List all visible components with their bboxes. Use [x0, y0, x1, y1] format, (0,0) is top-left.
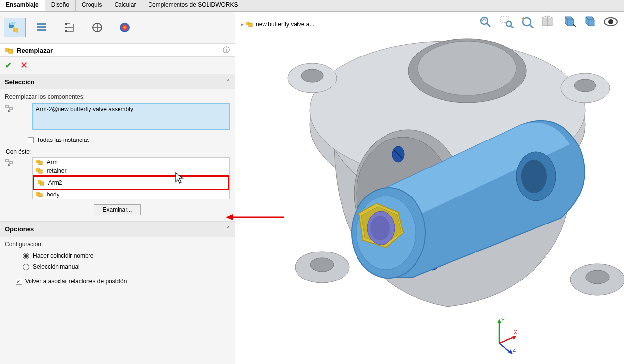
- command-title: Reemplazar: [17, 47, 223, 54]
- selection-section-header[interactable]: Selección ˄: [0, 74, 235, 89]
- manual-selection-radio[interactable]: [23, 264, 29, 270]
- svg-line-70: [499, 343, 511, 353]
- command-manager-tabs: Ensamblaje Diseño Croquis Calcular Compl…: [0, 0, 624, 12]
- svg-rect-15: [6, 105, 8, 108]
- svg-line-68: [499, 337, 515, 343]
- svg-rect-18: [6, 159, 8, 162]
- svg-rect-16: [10, 107, 12, 110]
- svg-point-51: [310, 258, 334, 272]
- selection-section: Selección ˄ Reemplazar los componentes: …: [0, 74, 235, 221]
- match-name-radio[interactable]: [23, 253, 29, 259]
- with-this-listbox[interactable]: Arm retainer Arm2 body: [32, 157, 230, 199]
- replace-command-icon: [5, 46, 14, 55]
- svg-rect-24: [39, 170, 42, 173]
- list-item-label: Arm2: [48, 179, 62, 186]
- svg-point-45: [418, 41, 516, 95]
- list-item-highlighted[interactable]: Arm2: [33, 175, 229, 190]
- list-item-label: body: [47, 191, 59, 198]
- replace-components-label: Reemplazar los componentes:: [5, 93, 230, 100]
- list-item-label: retainer: [47, 168, 67, 174]
- cancel-button[interactable]: ✕: [20, 60, 28, 71]
- list-item[interactable]: body: [33, 190, 229, 199]
- annotation-arrow: [226, 213, 285, 221]
- model-3d-view[interactable]: [236, 12, 624, 364]
- part-icon: [36, 168, 44, 174]
- options-section: Opciones ˄ Configuración: Hacer coincidi…: [0, 221, 235, 289]
- selection-header-label: Selección: [5, 78, 35, 85]
- display-manager-tab[interactable]: [114, 18, 136, 37]
- tab-complementos[interactable]: Complementos de SOLIDWORKS: [142, 0, 244, 11]
- ok-cancel-row: ✔ ✕: [0, 57, 235, 74]
- svg-rect-7: [65, 27, 67, 28]
- list-item[interactable]: retainer: [33, 167, 229, 175]
- svg-rect-4: [37, 26, 46, 28]
- mouse-cursor: [175, 172, 185, 185]
- svg-rect-14: [9, 49, 13, 53]
- configuration-label: Configuración:: [5, 241, 230, 248]
- svg-rect-22: [39, 161, 42, 165]
- svg-point-20: [8, 164, 10, 166]
- list-item-label: Arm: [47, 159, 58, 166]
- feature-manager-tab[interactable]: [4, 18, 26, 37]
- with-this-filter-icon[interactable]: [5, 158, 14, 167]
- options-header-label: Opciones: [5, 225, 34, 233]
- svg-text:Z: Z: [513, 347, 516, 353]
- all-instances-checkbox[interactable]: [28, 137, 34, 143]
- options-section-header[interactable]: Opciones ˄: [0, 222, 235, 237]
- tab-diseno[interactable]: Diseño: [45, 0, 76, 11]
- tab-calcular[interactable]: Calcular: [108, 0, 142, 11]
- svg-text:Y: Y: [501, 318, 505, 323]
- svg-point-17: [8, 110, 10, 112]
- chevron-up-icon: ˄: [227, 226, 230, 233]
- svg-rect-3: [37, 23, 46, 25]
- property-manager-tab[interactable]: [31, 18, 53, 37]
- manual-selection-label: Selección manual: [33, 263, 80, 270]
- svg-rect-28: [39, 194, 42, 197]
- panel-toolbar: [0, 12, 235, 43]
- svg-text:X: X: [514, 330, 517, 335]
- part-icon: [36, 191, 44, 198]
- chevron-up-icon: ˄: [227, 79, 230, 85]
- svg-rect-6: [65, 23, 67, 25]
- orientation-triad[interactable]: Y X Z: [489, 316, 524, 356]
- configuration-manager-tab[interactable]: [59, 18, 81, 37]
- help-icon[interactable]: ⓘ: [223, 46, 230, 55]
- selected-component-item[interactable]: Arm-2@new butterfly valve assembly: [36, 106, 226, 112]
- part-icon: [37, 179, 45, 186]
- command-header: Reemplazar ⓘ: [0, 43, 235, 57]
- svg-rect-5: [37, 29, 46, 31]
- reassociate-mates-label: Volver a asociar relaciones de posición: [25, 278, 127, 285]
- match-name-label: Hacer coincidir nombre: [33, 252, 93, 259]
- svg-rect-1: [13, 27, 18, 33]
- ok-button[interactable]: ✔: [5, 60, 12, 71]
- part-icon: [36, 159, 44, 166]
- with-this-label: Con éste:: [6, 148, 230, 155]
- tab-ensamblaje[interactable]: Ensamblaje: [0, 0, 45, 11]
- all-instances-label: Todas las instancias: [37, 137, 89, 143]
- browse-button[interactable]: Examinar...: [94, 204, 140, 215]
- tab-croquis[interactable]: Croquis: [76, 0, 108, 11]
- property-manager-panel: Reemplazar ⓘ ✔ ✕ Selección ˄ Reemplazar …: [0, 12, 235, 364]
- svg-point-53: [586, 270, 609, 284]
- svg-point-65: [370, 216, 390, 240]
- selection-filter-icon[interactable]: [5, 104, 14, 113]
- svg-point-49: [574, 79, 596, 92]
- reassociate-mates-checkbox[interactable]: [16, 279, 22, 285]
- svg-rect-26: [40, 182, 44, 185]
- dimxpert-manager-tab[interactable]: [87, 18, 108, 37]
- list-item[interactable]: Arm: [33, 158, 229, 167]
- svg-rect-8: [65, 30, 67, 32]
- svg-point-47: [301, 69, 323, 82]
- svg-rect-2: [9, 22, 16, 25]
- svg-point-61: [521, 160, 547, 193]
- replace-components-selectbox[interactable]: Arm-2@new butterfly valve assembly: [32, 103, 230, 130]
- svg-point-12: [120, 23, 130, 32]
- graphics-viewport[interactable]: ▸ new butterfly valve a...: [236, 12, 624, 364]
- svg-rect-19: [10, 161, 12, 164]
